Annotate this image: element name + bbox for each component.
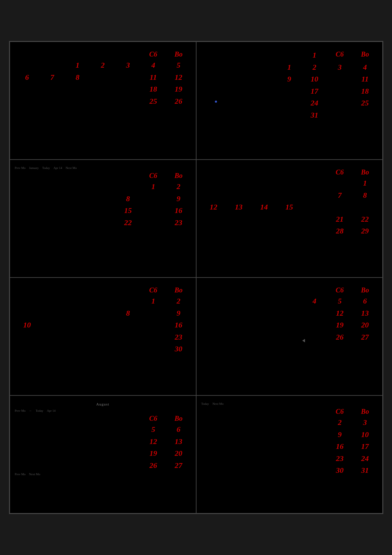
nav-label[interactable]: Next Mo xyxy=(66,166,77,170)
cal8-grid: C6 Bo 2 3 9 10 16 17 xyxy=(201,407,377,476)
col-header-bo: Bo xyxy=(166,50,191,59)
col-header-c6: C6 xyxy=(141,50,166,59)
cal5-grid: C6 Bo 1 2 8 9 10 16 xyxy=(15,285,191,355)
calendar-cell-2: 1 C6 Bo 1 2 3 4 9 10 11 17 18 xyxy=(196,42,383,160)
calendar-cell-7: August Prev Mo ← Today Apr 14 C6 Bo 5 6 xyxy=(10,395,196,513)
col-header-bo: Bo xyxy=(353,168,377,177)
col-header-c6: C6 xyxy=(328,50,352,61)
cal6-grid: C6 Bo 4 5 6 12 13 19 20 xyxy=(201,285,377,343)
nav-label[interactable]: Prev Mo xyxy=(15,166,26,170)
calendar-cell-8: Today Next Mo C6 Bo 2 3 9 10 xyxy=(196,395,383,513)
col-header-c6: C6 xyxy=(328,285,352,295)
col-header-bo: Bo xyxy=(166,414,191,423)
cal1-grid: C6 Bo 1 2 3 4 5 6 7 8 11 12 18 19 xyxy=(15,50,191,107)
nav-labels-3: Prev Mo January Today Apr 14 Next Mo xyxy=(15,166,191,170)
calendar-cell-4: C6 Bo 1 7 8 12 13 14 15 xyxy=(196,160,383,278)
col-header-bo: Bo xyxy=(166,285,191,295)
calendar-cell-3: Prev Mo January Today Apr 14 Next Mo C6 … xyxy=(10,160,196,278)
calendar-cell-5: C6 Bo 1 2 8 9 10 16 xyxy=(10,278,196,395)
nav-label-nextmo[interactable]: Next Mo xyxy=(212,402,224,405)
nav-label-today[interactable]: Today xyxy=(36,409,43,412)
nav-label-prev[interactable]: ← xyxy=(29,409,32,412)
col-header-c6: C6 xyxy=(141,414,166,423)
month-title-7: August xyxy=(15,402,191,406)
nav-label[interactable]: Apr 14 xyxy=(53,166,62,170)
col-header-bo: Bo xyxy=(353,50,377,61)
nav-label[interactable]: January xyxy=(29,166,39,170)
nav-label-date: Apr 14 xyxy=(47,409,55,412)
nav-labels-7: Prev Mo ← Today Apr 14 xyxy=(15,409,191,412)
calendar-grid: C6 Bo 1 2 3 4 5 6 7 8 11 12 18 19 xyxy=(9,41,383,514)
bottom-labels-7: Prev Mo Next Mo xyxy=(15,472,191,476)
nav-label-today[interactable]: Today xyxy=(201,402,209,405)
cal2-grid: 1 C6 Bo 1 2 3 4 9 10 11 17 18 xyxy=(201,50,377,121)
cal7-grid: C6 Bo 5 6 12 13 19 20 xyxy=(15,414,191,471)
col-header-bo: Bo xyxy=(353,285,377,295)
bottom-label[interactable]: Next Mo xyxy=(29,472,40,476)
col-header-bo: Bo xyxy=(353,407,377,416)
calendar-cell-1: C6 Bo 1 2 3 4 5 6 7 8 11 12 18 19 xyxy=(10,42,196,160)
nav-labels-8: Today Next Mo xyxy=(201,402,377,405)
cal4-grid: C6 Bo 1 7 8 12 13 14 15 xyxy=(201,168,377,237)
col-header-c6: C6 xyxy=(328,407,352,416)
calendar-cell-6: C6 Bo 4 5 6 12 13 19 20 xyxy=(196,278,383,395)
small-triangle xyxy=(302,339,305,342)
col-header-bo: Bo xyxy=(166,171,191,180)
cal3-grid: C6 Bo 1 2 8 9 15 16 xyxy=(15,171,191,228)
nav-label[interactable]: Today xyxy=(42,166,50,170)
col-header-c6: C6 xyxy=(141,171,166,180)
bottom-label[interactable]: Prev Mo xyxy=(15,472,26,476)
col-header-c6: C6 xyxy=(141,285,166,295)
col-header-c6: C6 xyxy=(328,168,352,177)
nav-label-prevmo[interactable]: Prev Mo xyxy=(15,409,26,412)
